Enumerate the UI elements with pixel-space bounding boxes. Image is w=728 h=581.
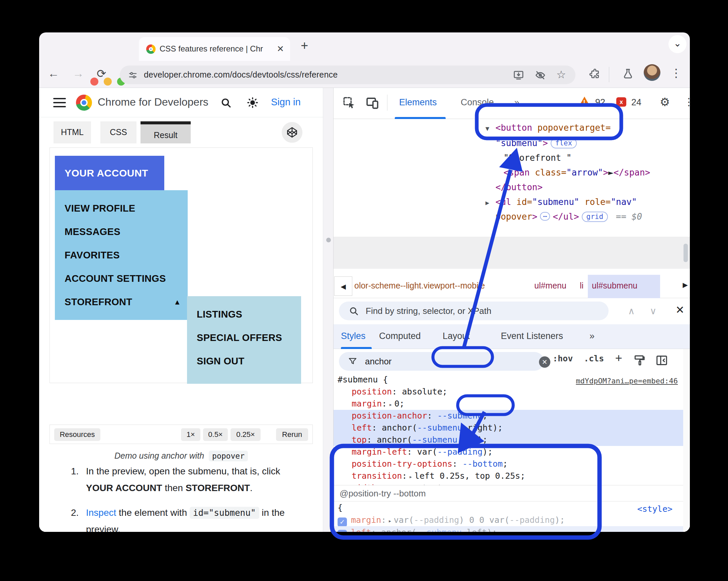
tree-node-line[interactable]: ▶<ul id="submenu" role="nav" [486,195,637,209]
back-button[interactable]: ← [48,67,59,80]
sidebar-more-tabs-icon[interactable]: » [590,331,594,341]
sidebar-tab-event-listeners[interactable]: Event Listeners [501,331,563,341]
inspect-element-icon[interactable] [342,96,356,110]
tab-elements[interactable]: Elements [399,97,437,108]
css-property-position[interactable]: position: absolute; [334,386,690,398]
site-settings-icon[interactable] [128,70,138,80]
breadcrumb-back-icon[interactable]: ◀ [334,276,352,296]
selected-element-row[interactable] [334,237,690,269]
css-property-position-anchor[interactable]: position-anchor: --submenu; [334,410,690,422]
split-gutter[interactable] [323,88,333,532]
css-property-margin[interactable]: margin:▸0; [334,398,690,410]
address-bar[interactable]: developer.chrome.com/docs/devtools/css/r… [120,65,575,84]
site-logo-chrome-icon[interactable] [76,94,92,111]
tab-close-icon[interactable]: ✕ [277,44,284,54]
filter-input[interactable]: anchor ✕ [339,352,544,371]
device-toolbar-icon[interactable] [365,96,380,110]
your-account-button[interactable]: YOUR ACCOUNT [55,156,164,190]
scale-button-0.5×[interactable]: 0.5× [203,428,228,441]
toggle-class-button[interactable]: .cls [584,354,604,363]
breadcrumb-item-olor-scheme-light-viewport-mobile[interactable]: olor-scheme--light.viewport--mobile [354,281,485,290]
position-try-header[interactable]: @position-try --bottom [334,486,690,501]
breadcrumb-forward-icon[interactable]: ▶ [683,281,688,289]
sidebar-toggle-icon[interactable] [655,354,668,367]
rule-source-link[interactable]: mdYdpOM?ani…pe=embed:46 [576,375,678,387]
error-count[interactable]: 24 [631,97,641,108]
breadcrumb-item-li[interactable]: li [580,281,583,290]
url-text[interactable]: developer.chrome.com/docs/devtools/css/r… [144,70,338,80]
page-tab-css[interactable]: CSS [100,121,136,143]
menu-item-account-settings[interactable]: ACCOUNT SETTINGS [64,273,166,284]
sidebar-tab-styles[interactable]: Styles [341,331,366,341]
sidebar-tab-computed[interactable]: Computed [379,331,421,341]
tree-node-line[interactable]: </button> [495,180,543,195]
filter-clear-icon[interactable]: ✕ [539,356,550,368]
codepen-button[interactable] [282,122,303,143]
tree-node-line[interactable]: popover>⋯</ul>grid == $0 [495,209,642,224]
property-checkbox[interactable]: ✓ [338,530,347,532]
submenu-item-special-offers[interactable]: SPECIAL OFFERS [197,332,282,343]
search-icon[interactable] [220,96,232,109]
eye-off-icon[interactable] [535,70,546,81]
find-close-icon[interactable]: ✕ [675,304,684,316]
tree-node-line[interactable]: ▼<button popovertarget= [486,120,610,135]
new-style-rule-button[interactable]: + [615,351,622,364]
breadcrumb-item-ul-submenu[interactable]: ul#submenu [592,281,637,290]
tab-strip-chevron-icon[interactable]: ⌄ [669,35,686,53]
rerun-button[interactable]: Rerun [276,428,308,441]
property-checkbox[interactable]: ✓ [338,518,347,527]
elements-vertical-scrollbar[interactable] [683,244,688,262]
scale-button-0.25×[interactable]: 0.25× [231,428,261,441]
css-property-top[interactable]: top: anchor(--submenu top); [334,434,690,446]
scale-button-1×[interactable]: 1× [181,428,200,441]
toggle-hover-button[interactable]: :hov [553,354,573,363]
new-tab-button[interactable]: + [301,38,308,53]
css-property-left[interactable]: left: anchor(--submenu right); [334,422,690,434]
style-source-link[interactable]: <style> [637,504,673,514]
extensions-puzzle-icon[interactable] [589,68,601,80]
theme-sun-icon[interactable] [246,96,259,109]
submenu-item-sign-out[interactable]: SIGN OUT [197,356,244,367]
split-handle-icon[interactable] [326,238,331,242]
browser-menu-dots-icon[interactable]: ⋮ [671,66,682,80]
position-try-property-left[interactable]: ✓left: anchor(--submenu left); [334,526,690,532]
page-tab-result[interactable]: Result [140,121,191,143]
tree-node-line[interactable]: <span class="arrow">►</span> [503,165,650,180]
css-property-transition[interactable]: transition:▸left 0.25s, top 0.25s; [334,470,690,482]
menu-item-messages[interactable]: MESSAGES [64,226,121,237]
forward-button[interactable]: → [73,67,84,80]
find-next-icon[interactable]: ∨ [650,306,657,316]
devtools-menu-dots-icon[interactable]: ⋮ [684,96,690,108]
more-tabs-icon[interactable]: » [514,97,518,108]
browser-tab[interactable]: CSS features reference | Chr ✕ [139,37,290,61]
position-try-property-margin[interactable]: ✓margin:▸var(--padding) 0 0 var(--paddin… [334,514,690,526]
bookmark-star-icon[interactable]: ☆ [556,68,566,81]
sign-in-button[interactable]: Sign in [271,96,301,108]
warning-count[interactable]: 92 [595,97,605,108]
labs-flask-icon[interactable] [622,68,634,80]
rendering-paint-icon[interactable] [633,354,646,367]
find-previous-icon[interactable]: ∧ [628,306,635,316]
menu-item-favorites[interactable]: FAVORITES [64,250,120,261]
css-property-margin-left[interactable]: margin-left: var(--padding); [334,446,690,458]
resources-button[interactable]: Resources [54,428,100,441]
error-icon[interactable]: x [616,97,626,107]
menu-item-storefront[interactable]: STOREFRONT [64,297,132,308]
css-property-position-try-options[interactable]: position-try-options: --bottom; [334,458,690,470]
submenu-item-listings[interactable]: LISTINGS [197,309,242,320]
page-tab-html[interactable]: HTML [54,121,91,143]
devtools-settings-gear-icon[interactable]: ⚙ [660,95,670,109]
sidebar-tab-layout[interactable]: Layout [443,331,470,341]
profile-avatar[interactable] [644,64,660,81]
tree-node-line[interactable]: "Storefront " [503,150,572,165]
tab-console[interactable]: Console [461,97,494,108]
install-icon[interactable] [513,70,524,81]
rule-selector[interactable]: #submenu {mdYdpOM?ani…pe=embed:46 [334,374,690,386]
styles-scrollbar-track[interactable] [683,349,690,532]
search-input[interactable]: Find by string, selector, or XPath [339,302,608,320]
site-title[interactable]: Chrome for Developers [98,96,208,108]
tree-node-line[interactable]: "submenu">flex [495,136,579,150]
menu-item-view-profile[interactable]: VIEW PROFILE [64,203,135,214]
warning-icon[interactable] [579,96,590,107]
breadcrumb-item-ul-menu[interactable]: ul#menu [534,281,566,290]
